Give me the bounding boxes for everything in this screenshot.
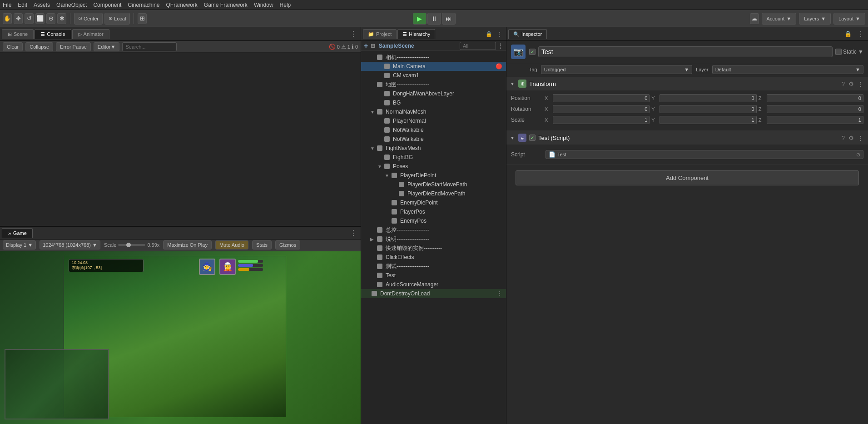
scene-options-icon[interactable]: ⋮ [498,43,503,49]
pause-button[interactable]: ⏸ [427,13,441,25]
hierarchy-item-main-camera[interactable]: Main Camera 🔴 [361,62,506,71]
hierarchy-item-playerdie-point[interactable]: ▼ PlayerDiePoint [361,171,506,180]
transform-help-icon[interactable]: ? [841,80,846,87]
hierarchy-item-test-sep[interactable]: 测试------------------ [361,262,506,271]
layer-dropdown[interactable]: Default ▼ [712,65,863,74]
collapse-button[interactable]: Collapse [25,42,53,51]
add-component-button[interactable]: Add Component [516,170,859,185]
hierarchy-item-fightbg[interactable]: FightBG [361,153,506,162]
tag-dropdown[interactable]: Untagged ▼ [541,65,692,74]
transform-header[interactable]: ▼ ⊕ Transform ? ⚙ ⋮ [506,77,868,90]
position-x-input[interactable] [553,94,650,102]
snap-button[interactable]: ⊞ [138,13,147,24]
console-search-input[interactable] [122,42,177,51]
hierarchy-item-donghaiwan[interactable]: DongHaiWanAboveLayer [361,89,506,98]
tab-scene[interactable]: ⊞ Scene [2,29,34,39]
mute-audio-button[interactable]: Mute Audio [215,240,248,249]
hierarchy-item-playerdieend[interactable]: PlayerDieEndMovePath [361,189,506,198]
scale-y-input[interactable] [660,116,756,124]
transform-tool-button[interactable]: ⊕ [46,13,55,24]
hierarchy-item-playerdiestart[interactable]: PlayerDieStartMovePath [361,180,506,189]
hierarchy-item-notwalkable-2[interactable]: NotWalkable [361,135,506,144]
rotate-tool-button[interactable]: ↺ [25,13,34,24]
tab-inspector[interactable]: 🔍 Inspector [508,29,547,39]
move-tool-button[interactable]: ✥ [14,13,23,24]
transform-more-icon[interactable]: ⋮ [857,80,864,87]
tab-hierarchy[interactable]: ☰ Hierarchy [397,29,435,39]
scale-slider[interactable] [118,244,145,246]
hierarchy-item-fight-navmesh[interactable]: ▼ FightNavMesh [361,144,506,153]
inspector-options-icon[interactable]: ⋮ [855,30,866,38]
custom-tool-button[interactable]: ✱ [57,13,66,24]
tab-project[interactable]: 📁 Project [363,29,397,39]
local-button[interactable]: ⊛ Local [104,13,130,25]
center-button[interactable]: ⊙ Center [74,13,103,25]
static-checkbox[interactable] [835,49,842,55]
editor-dropdown-button[interactable]: Editor ▼ [94,42,120,51]
script-settings-icon[interactable]: ⚙ [848,135,855,141]
tab-animator[interactable]: ▷ Animator [72,29,109,39]
gizmos-button[interactable]: Gizmos [275,240,300,249]
inspector-lock-icon[interactable]: 🔒 [842,30,854,37]
maximize-on-play-button[interactable]: Maximize On Play [163,240,212,249]
step-button[interactable]: ⏭ [442,13,456,25]
hierarchy-item-playernormal[interactable]: PlayerNormal [361,116,506,125]
object-active-checkbox[interactable]: ✓ [529,49,536,55]
hierarchy-item-general-sep[interactable]: 总控------------------ [361,225,506,234]
dontdestroy-options-icon[interactable]: ⋮ [497,290,502,297]
menu-assets[interactable]: Assets [34,2,50,8]
scale-z-input[interactable] [767,116,863,124]
tab-game[interactable]: ∞ Game [2,228,33,238]
hierarchy-item-notwalkable-1[interactable]: NotWalkable [361,125,506,135]
position-y-input[interactable] [660,94,756,102]
script-header[interactable]: ▼ # ✓ Test (Script) ? ⚙ ⋮ [506,131,868,145]
cloud-icon[interactable]: ☁ [750,13,759,24]
hierarchy-item-camera-separator[interactable]: 相机------------------ [361,53,506,62]
hierarchy-item-test[interactable]: Test [361,271,506,280]
script-help-icon[interactable]: ? [841,135,846,141]
hierarchy-item-dontdestroy[interactable]: DontDestroyOnLoad ⋮ [361,289,506,298]
rotation-z-input[interactable] [767,105,863,113]
hierarchy-options-icon[interactable]: ⋮ [495,31,504,37]
hierarchy-item-clickeffects[interactable]: ClickEffects [361,253,506,262]
display-dropdown[interactable]: Display 1 ▼ [3,240,36,249]
script-target-button[interactable]: ⊙ [856,152,860,158]
position-z-input[interactable] [767,94,863,102]
object-name-input[interactable] [538,46,833,57]
game-tab-options[interactable]: ⋮ [348,229,359,237]
clear-button[interactable]: Clear [3,42,23,51]
hand-tool-button[interactable]: ✋ [3,13,12,24]
hierarchy-item-bg[interactable]: BG [361,98,506,107]
tab-console[interactable]: ☰ Console [35,29,71,39]
menu-gameframework[interactable]: Game Framework [204,2,248,8]
transform-settings-icon[interactable]: ⚙ [848,80,855,87]
menu-window[interactable]: Window [254,2,273,8]
script-more-icon[interactable]: ⋮ [857,135,864,141]
hierarchy-item-desc-sep[interactable]: ▶ 说明------------------ [361,234,506,244]
menu-file[interactable]: File [3,2,11,8]
rect-tool-button[interactable]: ⬜ [35,13,45,24]
rotation-x-input[interactable] [553,105,650,113]
scale-x-input[interactable] [553,116,650,124]
menu-gameobject[interactable]: GameObject [56,2,87,8]
hierarchy-item-audiosource[interactable]: AudioSourceManager [361,280,506,289]
play-button[interactable]: ▶ [413,13,427,25]
hierarchy-lock-icon[interactable]: 🔒 [484,31,494,37]
hierarchy-item-playerpos[interactable]: PlayerPos [361,207,506,216]
menu-qframework[interactable]: QFramework [166,2,198,8]
layers-button[interactable]: Layers ▼ [799,13,831,25]
script-active-checkbox[interactable]: ✓ [529,135,536,141]
menu-cinemachine[interactable]: Cinemachine [128,2,159,8]
static-dropdown-arrow[interactable]: ▼ [858,49,863,55]
rotation-y-input[interactable] [660,105,756,113]
hierarchy-item-poses[interactable]: ▼ Poses [361,162,506,171]
menu-component[interactable]: Component [93,2,121,8]
hierarchy-item-enemypos[interactable]: EnemyPos [361,216,506,225]
hierarchy-item-normal-navmesh[interactable]: ▼ NormalNavMesh [361,107,506,116]
menu-edit[interactable]: Edit [18,2,27,8]
scene-tab-options[interactable]: ⋮ [348,30,359,38]
error-pause-button[interactable]: Error Pause [56,42,91,51]
layout-button[interactable]: Layout ▼ [833,13,865,25]
menu-help[interactable]: Help [280,2,291,8]
scene-add-icon[interactable]: + [364,42,368,50]
